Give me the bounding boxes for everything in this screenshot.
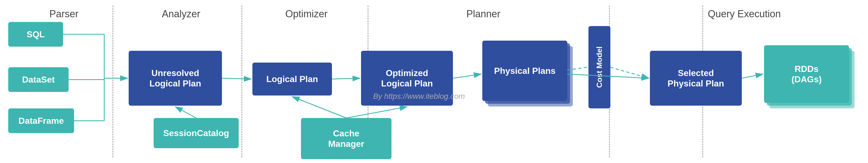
svg-line-14: [742, 74, 763, 78]
rdds-stack: RDDs (DAGs): [764, 45, 860, 114]
selected-physical-plan-box: Selected Physical Plan: [650, 51, 742, 106]
rdds-front: RDDs (DAGs): [764, 45, 849, 103]
session-catalog-box: SessionCatalog: [154, 118, 239, 148]
sql-box: SQL: [8, 22, 63, 47]
svg-line-12: [611, 67, 649, 78]
physical-plans-front: Physical Plans: [482, 41, 567, 101]
dataset-box: DataSet: [8, 67, 69, 92]
svg-line-16: [292, 97, 346, 118]
svg-line-9: [332, 78, 360, 79]
diagram: Parser Analyzer Optimizer Planner Query …: [0, 0, 868, 163]
dataframe-box: DataFrame: [8, 108, 74, 133]
divider-1: [113, 5, 113, 158]
label-query-execution: Query Execution: [708, 8, 781, 20]
svg-line-15: [175, 107, 196, 118]
svg-line-8: [222, 78, 251, 79]
unresolved-logical-plan-box: Unresolved Logical Plan: [129, 51, 222, 106]
label-planner: Planner: [466, 8, 500, 20]
svg-line-10: [453, 74, 481, 78]
divider-2: [241, 5, 242, 158]
logical-plan-box: Logical Plan: [252, 63, 332, 96]
watermark: By https://www.iteblog.com: [373, 92, 465, 101]
cost-model-box: Cost Model: [588, 26, 611, 108]
label-analyzer: Analyzer: [162, 8, 200, 20]
label-parser: Parser: [50, 8, 79, 20]
cache-manager-box: Cache Manager: [301, 118, 392, 159]
svg-line-17: [346, 107, 407, 118]
physical-plans-stack: Physical Plans: [482, 41, 578, 112]
label-optimizer: Optimizer: [285, 8, 328, 20]
